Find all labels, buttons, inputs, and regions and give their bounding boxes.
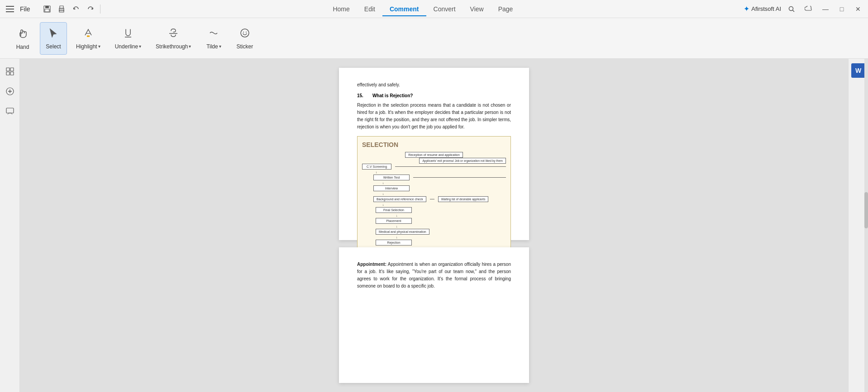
select-tool[interactable]: Select (40, 22, 67, 55)
left-sidebar (0, 59, 20, 392)
ai-button[interactable]: ✦ Afirstsoft AI (744, 5, 781, 13)
underline-icon (122, 27, 134, 41)
highlight-label-row: Highlight ▾ (76, 43, 100, 50)
flowchart: Reception of resume and application ↓ C.… (362, 152, 506, 246)
tab-home[interactable]: Home (325, 2, 357, 16)
svg-point-11 (241, 29, 249, 37)
strikethrough-icon (167, 27, 179, 41)
page-2: Appointment: Appointment is when an orga… (339, 247, 529, 383)
flow-row-interview: Interview (362, 185, 506, 191)
menu-right: ✦ Afirstsoft AI — □ ✕ (744, 2, 864, 16)
page-1: effectively and safely. 15. What is Reje… (339, 68, 529, 240)
hand-tool[interactable]: Hand (9, 22, 36, 55)
tilde-tool[interactable]: Tilde ▾ (200, 22, 227, 55)
underline-label-row: Underline ▾ (115, 43, 141, 50)
menu-bar: File (0, 0, 868, 18)
print-button[interactable] (55, 2, 68, 16)
highlight-label: Highlight (76, 43, 97, 50)
nav-tabs: Home Edit Comment Convert View Page (102, 2, 744, 16)
flow-row-medical: Medical and physical examination (362, 229, 429, 235)
flow-row-cv: C.V Screening Applicants' exit process/ … (362, 164, 506, 170)
right-sidebar: W (848, 59, 868, 392)
tab-view[interactable]: View (463, 2, 491, 16)
toolbar-divider (100, 5, 100, 14)
underline-tool[interactable]: Underline ▾ (110, 22, 147, 55)
minimize-button[interactable]: — (819, 3, 832, 15)
selection-diagram: SELECTION Reception of resume and applic… (357, 136, 511, 250)
flow-side-exit: Applicants' exit process/ Job or organiz… (419, 158, 506, 164)
flow-row-rejection: Rejection (362, 240, 412, 246)
svg-line-6 (793, 10, 795, 12)
tilde-icon (208, 27, 219, 41)
page2-appointment: Appointment: Appointment is when an orga… (357, 261, 511, 290)
flow-row-bg: Background and reference check Waiting l… (362, 196, 506, 202)
underline-label: Underline (115, 43, 138, 50)
flow-arrow-4: ↓ (382, 192, 384, 195)
hamburger-menu[interactable] (4, 3, 16, 15)
svg-point-12 (243, 32, 244, 33)
flow-arrow-6: ↓ (396, 214, 398, 217)
tab-edit[interactable]: Edit (357, 2, 382, 16)
save-button[interactable] (40, 2, 54, 16)
word-badge[interactable]: W (851, 63, 866, 78)
flow-step-cv: C.V Screening (362, 164, 391, 170)
svg-rect-21 (6, 108, 14, 113)
sticker-tool[interactable]: Sticker (231, 22, 258, 55)
flow-step-written: Written Test (373, 175, 410, 180)
underline-dropdown-icon[interactable]: ▾ (139, 44, 141, 49)
flow-step-final: Final Selection (376, 207, 412, 213)
svg-point-13 (246, 32, 247, 33)
sticker-icon (239, 27, 251, 41)
ai-label: Afirstsoft AI (751, 5, 781, 12)
flow-row-placement: Placement (362, 218, 412, 224)
scrollbar-thumb[interactable] (864, 192, 868, 228)
redo-button[interactable] (84, 2, 97, 16)
tab-comment[interactable]: Comment (382, 2, 426, 16)
close-button[interactable]: ✕ (852, 3, 864, 15)
thumbnails-icon[interactable] (2, 63, 18, 80)
toolbar-icons (40, 2, 102, 16)
comment-sidebar-icon[interactable] (2, 103, 18, 119)
diagram-header: SELECTION (362, 141, 506, 148)
maximize-button[interactable]: □ (835, 3, 848, 15)
flow-step-placement: Placement (376, 218, 412, 224)
toolbar: Hand Select Highlight ▾ (0, 18, 868, 59)
flow-step-medical: Medical and physical examination (376, 229, 429, 235)
flow-arrow-8: ↓ (396, 236, 398, 239)
tab-page[interactable]: Page (491, 2, 520, 16)
document-area: effectively and safely. 15. What is Reje… (20, 59, 848, 392)
flow-step-reception: Reception of resume and application (405, 152, 463, 158)
strikethrough-tool[interactable]: Strikethrough ▾ (150, 22, 196, 55)
cloud-icon[interactable] (802, 2, 816, 16)
hand-icon (16, 27, 29, 41)
strikethrough-label-row: Strikethrough ▾ (156, 43, 191, 50)
q15-title: What is Rejection? (372, 93, 413, 98)
flow-row-final: Final Selection (362, 207, 412, 213)
svg-rect-15 (10, 68, 14, 71)
flow-arrow-7: ↓ (396, 225, 398, 228)
highlight-tool[interactable]: Highlight ▾ (71, 22, 106, 55)
undo-button[interactable] (69, 2, 83, 16)
tab-convert[interactable]: Convert (426, 2, 463, 16)
flow-arrow-5: ↓ (382, 203, 384, 206)
flow-arrow-2: ↓ (376, 170, 377, 174)
strikethrough-dropdown-icon[interactable]: ▾ (189, 44, 191, 49)
tilde-dropdown-icon[interactable]: ▾ (219, 44, 221, 49)
tilde-label-row: Tilde ▾ (206, 43, 221, 50)
search-button[interactable] (785, 2, 798, 16)
svg-rect-2 (45, 9, 49, 12)
menu-left: File (4, 2, 102, 16)
svg-rect-17 (10, 72, 14, 75)
file-menu-item[interactable]: File (20, 5, 30, 13)
flow-step-background: Background and reference check (373, 196, 426, 202)
flow-step-interview: Interview (373, 185, 410, 191)
cursor-icon (48, 27, 59, 41)
q15-num: 15. (357, 93, 363, 98)
flow-arrow-3: ↓ (382, 181, 384, 184)
flow-row-written: Written Test (362, 175, 506, 180)
highlight-dropdown-icon[interactable]: ▾ (98, 44, 100, 49)
hand-label: Hand (16, 44, 29, 50)
add-icon[interactable] (2, 83, 18, 99)
flow-side-waiting: Waiting list of desirable applicants (438, 196, 489, 202)
scrollbar-track (864, 59, 868, 392)
